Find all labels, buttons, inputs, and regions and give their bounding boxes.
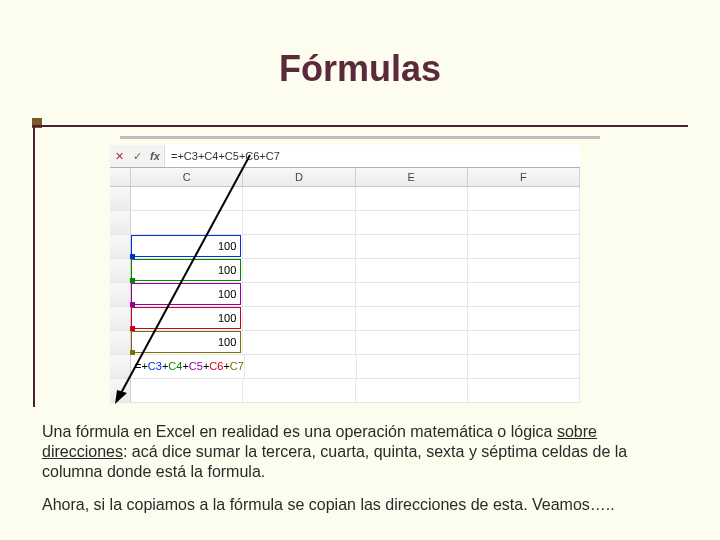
excel-screenshot: ✕ ✓ fx =+C3+C4+C5+C6+C7 C D E F 100 100 … xyxy=(110,145,580,403)
col-header: D xyxy=(243,168,355,186)
cell-c3: 100 xyxy=(131,235,243,258)
column-headers: C D E F xyxy=(110,168,580,187)
formula-bar: ✕ ✓ fx =+C3+C4+C5+C6+C7 xyxy=(110,145,580,168)
cell-c8-formula: =+C3+C4+C5+C6+C7 xyxy=(131,355,245,378)
cell-c4: 100 xyxy=(131,259,243,282)
slide-title: Fórmulas xyxy=(0,48,720,90)
cancel-icon: ✕ xyxy=(110,150,128,163)
divider-left xyxy=(33,127,35,407)
divider-sub xyxy=(120,136,600,139)
cell-c5: 100 xyxy=(131,283,243,306)
formula-bar-text: =+C3+C4+C5+C6+C7 xyxy=(164,145,580,167)
cell-c6: 100 xyxy=(131,307,243,330)
grid: 100 100 100 100 100 =+C3+C4+C5+C6+C7 xyxy=(110,187,580,403)
col-header: C xyxy=(131,168,243,186)
accept-icon: ✓ xyxy=(128,150,146,163)
divider-top xyxy=(32,125,688,127)
cell-c7: 100 xyxy=(131,331,243,354)
fx-icon: fx xyxy=(146,150,164,162)
col-header: F xyxy=(468,168,580,186)
col-header: E xyxy=(356,168,468,186)
description-paragraph-1: Una fórmula en Excel en realidad es una … xyxy=(42,422,678,482)
description-paragraph-2: Ahora, si la copiamos a la fórmula se co… xyxy=(42,495,678,515)
